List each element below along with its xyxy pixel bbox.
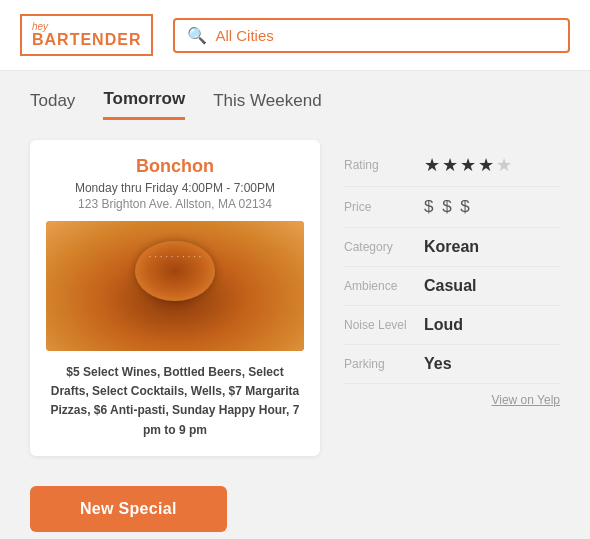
rating-stars: ★ ★ ★ ★ ★ [424, 154, 512, 176]
category-value: Korean [424, 238, 479, 256]
noise-row: Noise Level Loud [344, 306, 560, 345]
restaurant-hours: Monday thru Friday 4:00PM - 7:00PM [46, 181, 304, 195]
restaurant-name: Bonchon [46, 156, 304, 177]
price-row: Price $ $ $ [344, 187, 560, 228]
rating-row: Rating ★ ★ ★ ★ ★ [344, 144, 560, 187]
star-3: ★ [460, 154, 476, 176]
logo: hey BARTENDER [20, 14, 153, 56]
category-row: Category Korean [344, 228, 560, 267]
search-text: All Cities [215, 27, 273, 44]
new-special-button[interactable]: New Special [30, 486, 227, 532]
ambience-value: Casual [424, 277, 476, 295]
parking-value: Yes [424, 355, 452, 373]
search-icon: 🔍 [187, 26, 207, 45]
parking-row: Parking Yes [344, 345, 560, 384]
restaurant-image [46, 221, 304, 351]
parking-label: Parking [344, 357, 424, 371]
star-5: ★ [496, 154, 512, 176]
details-panel: Rating ★ ★ ★ ★ ★ Price $ $ $ Category Ko… [344, 140, 560, 456]
new-special-section: New Special [0, 476, 590, 532]
tab-bar: Today Tomorrow This Weekend [0, 71, 590, 120]
ambience-row: Ambience Casual [344, 267, 560, 306]
yelp-link[interactable]: View on Yelp [491, 393, 560, 407]
star-4: ★ [478, 154, 494, 176]
tab-today[interactable]: Today [30, 91, 75, 119]
restaurant-description: $5 Select Wines, Bottled Beers, Select D… [46, 363, 304, 440]
restaurant-address: 123 Brighton Ave. Allston, MA 02134 [46, 197, 304, 211]
star-1: ★ [424, 154, 440, 176]
price-value: $ $ $ [424, 197, 472, 217]
tab-this-weekend[interactable]: This Weekend [213, 91, 321, 119]
search-bar[interactable]: 🔍 All Cities [173, 18, 570, 53]
rating-label: Rating [344, 158, 424, 172]
ambience-label: Ambience [344, 279, 424, 293]
tab-tomorrow[interactable]: Tomorrow [103, 89, 185, 120]
yelp-link-wrap[interactable]: View on Yelp [344, 390, 560, 408]
category-label: Category [344, 240, 424, 254]
main-content: Bonchon Monday thru Friday 4:00PM - 7:00… [0, 120, 590, 476]
noise-label: Noise Level [344, 318, 424, 332]
star-2: ★ [442, 154, 458, 176]
header: hey BARTENDER 🔍 All Cities [0, 0, 590, 71]
noise-value: Loud [424, 316, 463, 334]
food-photo [46, 221, 304, 351]
price-label: Price [344, 200, 424, 214]
logo-bartender: BARTENDER [32, 32, 141, 48]
restaurant-card: Bonchon Monday thru Friday 4:00PM - 7:00… [30, 140, 320, 456]
